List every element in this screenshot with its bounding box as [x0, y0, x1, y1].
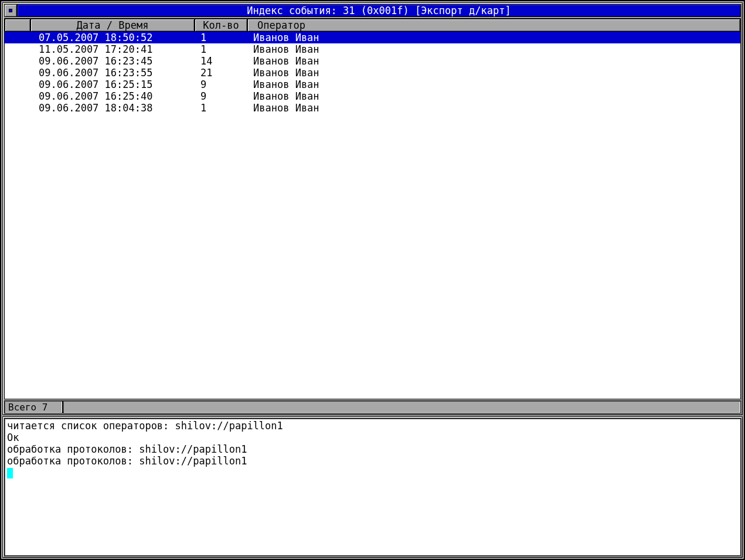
column-header-qty-label: Кол-во [203, 19, 239, 31]
cell-qty: 21 [195, 67, 247, 79]
table-row[interactable]: 07.05.2007 18:50:521Иванов Иван [5, 32, 740, 43]
event-table: Дата / Время Кол-во Оператор 07.05.2007 … [4, 18, 741, 399]
cell-operator: Иванов Иван [247, 43, 740, 55]
cell-operator: Иванов Иван [247, 102, 740, 114]
cell-date: 07.05.2007 18:50:52 [30, 32, 195, 43]
window-titlebar[interactable]: Индекс события: 31 (0x001f) [Экспорт д/к… [17, 4, 741, 17]
console-cursor [7, 468, 13, 478]
cell-operator: Иванов Иван [247, 55, 740, 67]
column-header-date-label: Дата / Время [77, 19, 149, 31]
column-header-operator[interactable]: Оператор [247, 19, 740, 32]
cell-date: 09.06.2007 16:25:15 [30, 79, 195, 90]
table-row[interactable]: 11.05.2007 17:20:411Иванов Иван [5, 43, 740, 55]
status-total: Всего 7 [4, 401, 63, 413]
cell-operator: Иванов Иван [247, 79, 740, 90]
table-row[interactable]: 09.06.2007 16:25:159Иванов Иван [5, 79, 740, 90]
cell-operator: Иванов Иван [247, 90, 740, 102]
cell-qty: 1 [195, 32, 247, 43]
console-line: Ок [7, 432, 738, 443]
status-total-label: Всего 7 [8, 402, 47, 413]
console-output: читается список операторов: shilov://pap… [4, 418, 741, 556]
status-spacer [63, 401, 741, 413]
column-header-qty[interactable]: Кол-во [195, 19, 247, 32]
table-row[interactable]: 09.06.2007 16:23:5521Иванов Иван [5, 67, 740, 79]
cell-operator: Иванов Иван [247, 67, 740, 79]
cell-qty: 9 [195, 79, 247, 90]
cell-date: 09.06.2007 16:23:55 [30, 67, 195, 79]
console-frame: читается список операторов: shilov://pap… [2, 416, 743, 558]
console-line: обработка протоколов: shilov://papillon1 [7, 443, 738, 455]
titlebar-row: Индекс события: 31 (0x001f) [Экспорт д/к… [4, 4, 741, 17]
table-row[interactable]: 09.06.2007 18:04:381Иванов Иван [5, 102, 740, 114]
status-bar: Всего 7 [4, 401, 741, 413]
column-header-operator-label: Оператор [257, 19, 305, 31]
system-menu-icon [9, 9, 12, 12]
system-menu-button[interactable] [4, 4, 17, 17]
console-line: обработка протоколов: shilov://papillon1 [7, 455, 738, 467]
cell-operator: Иванов Иван [247, 32, 740, 43]
cell-date: 11.05.2007 17:20:41 [30, 43, 195, 55]
app-frame: Индекс события: 31 (0x001f) [Экспорт д/к… [0, 0, 745, 560]
cell-qty: 1 [195, 43, 247, 55]
cell-qty: 1 [195, 102, 247, 114]
cell-qty: 9 [195, 90, 247, 102]
column-header-date[interactable]: Дата / Время [30, 19, 195, 32]
cell-date: 09.06.2007 18:04:38 [30, 102, 195, 114]
table-row[interactable]: 09.06.2007 16:23:4514Иванов Иван [5, 55, 740, 67]
table-body: 07.05.2007 18:50:521Иванов Иван11.05.200… [5, 32, 740, 399]
table-row[interactable]: 09.06.2007 16:25:409Иванов Иван [5, 90, 740, 102]
console-line: читается список операторов: shilov://pap… [7, 420, 738, 432]
table-header: Дата / Время Кол-во Оператор [5, 19, 740, 32]
cell-date: 09.06.2007 16:25:40 [30, 90, 195, 102]
cell-date: 09.06.2007 16:23:45 [30, 55, 195, 67]
column-gutter[interactable] [5, 19, 30, 32]
event-list-window: Индекс события: 31 (0x001f) [Экспорт д/к… [2, 2, 743, 415]
window-title: Индекс события: 31 (0x001f) [Экспорт д/к… [247, 5, 511, 16]
cell-qty: 14 [195, 55, 247, 67]
